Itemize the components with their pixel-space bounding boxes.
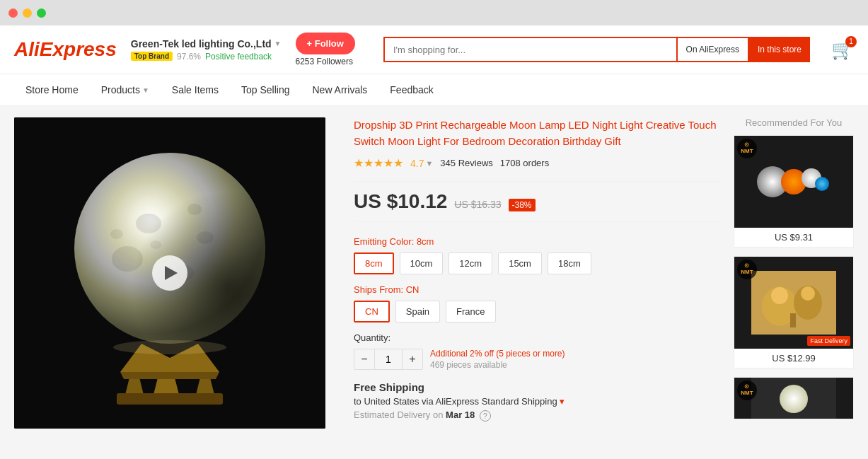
nmt-badge-2: ⊙NMT	[737, 260, 757, 279]
recommendation-item-3[interactable]: ⊙NMT	[734, 377, 854, 419]
rec-product-img-3	[751, 378, 836, 419]
nav-feedback[interactable]: Feedback	[378, 74, 444, 105]
quantity-increase-button[interactable]: +	[403, 349, 422, 369]
ships-from-label: Ships From: CN	[354, 284, 719, 295]
reviews-count[interactable]: 345 Reviews	[440, 158, 492, 168]
nav-products[interactable]: Products ▼	[90, 74, 161, 105]
rating-number: 4.7 ▼	[410, 158, 433, 169]
size-8cm[interactable]: 8cm	[354, 252, 394, 274]
svg-point-9	[197, 231, 214, 244]
cart-badge: 1	[845, 36, 857, 47]
rec-image-3: ⊙NMT	[734, 378, 853, 419]
search-aliexpress-tab[interactable]: On AliExpress	[676, 37, 748, 62]
ship-spain[interactable]: Spain	[395, 301, 440, 323]
rec-product-img-1	[751, 150, 836, 214]
search-input[interactable]	[383, 37, 676, 62]
quantity-decrease-button[interactable]: −	[354, 349, 374, 369]
aliexpress-logo[interactable]: AliExpress	[14, 38, 117, 61]
nmt-badge-1: ⊙NMT	[737, 139, 757, 158]
rec-price-1: US $9.31	[734, 228, 853, 247]
products-arrow: ▼	[142, 86, 149, 94]
close-button[interactable]	[8, 8, 18, 18]
store-name-arrow[interactable]: ▼	[274, 40, 282, 47]
search-store-tab[interactable]: In this store	[748, 37, 810, 62]
ship-cn[interactable]: CN	[354, 301, 390, 323]
rec-image-2: ⊙NMT Fast Delivery	[734, 257, 853, 349]
followers-count: 6253	[296, 57, 315, 66]
svg-rect-28	[790, 313, 796, 327]
emitting-color-section: Emitting Color: 8cm 8cm 10cm 12cm 15cm 1…	[354, 236, 719, 274]
svg-point-5	[187, 204, 202, 215]
header: AliExpress Green-Tek led lighting Co.,Lt…	[0, 25, 868, 74]
orders-count: 1708 orders	[500, 158, 549, 168]
play-button[interactable]	[152, 255, 187, 291]
svg-point-17	[113, 340, 226, 354]
size-12cm[interactable]: 12cm	[449, 252, 492, 274]
svg-point-10	[110, 229, 123, 239]
cart-section[interactable]: 🛒 1	[831, 39, 854, 61]
recommendation-item-2[interactable]: ⊙NMT Fast Delivery US $12.99	[734, 256, 854, 368]
rec-product-img-2	[751, 271, 836, 335]
quantity-control: − 1 +	[354, 349, 423, 370]
shipping-detail: to United States via AliExpress Standard…	[354, 396, 719, 407]
shipping-arrow[interactable]: ▾	[560, 396, 565, 407]
fast-delivery-badge: Fast Delivery	[807, 336, 850, 346]
nav: Store Home Products ▼ Sale Items Top Sel…	[0, 74, 868, 106]
product-image-section	[14, 117, 340, 429]
size-10cm[interactable]: 10cm	[400, 252, 444, 274]
recommendations: Recommended For You ⊙NMT	[734, 117, 854, 429]
play-icon	[165, 266, 178, 280]
star-rating: ★★★★★	[354, 156, 403, 170]
discount-badge: -38%	[509, 199, 536, 211]
svg-point-30	[780, 385, 808, 413]
size-18cm[interactable]: 18cm	[548, 252, 591, 274]
emitting-color-label: Emitting Color: 8cm	[354, 236, 719, 247]
recommendation-item-1[interactable]: ⊙NMT US $9.31	[734, 135, 854, 248]
feedback-percent: 97.6%	[177, 52, 201, 62]
titlebar	[0, 0, 868, 25]
ships-from-section: Ships From: CN CN Spain France	[354, 284, 719, 323]
quantity-label: Quantity:	[354, 332, 719, 343]
svg-point-8	[150, 240, 161, 249]
nav-top-selling[interactable]: Top Selling	[230, 74, 301, 105]
nav-sale-items[interactable]: Sale Items	[161, 74, 230, 105]
product-details: Dropship 3D Print Rechargeable Moon Lamp…	[340, 117, 734, 429]
ship-from-options: CN Spain France	[354, 301, 719, 323]
delivery-text: Estimated Delivery on Mar 18 ?	[354, 409, 719, 422]
svg-marker-15	[120, 372, 219, 379]
shipping-section: Free Shipping to United States via AliEx…	[354, 381, 719, 422]
search-section: On AliExpress In this store	[383, 37, 810, 62]
product-image-container	[14, 117, 325, 429]
follow-button[interactable]: + Follow	[296, 33, 355, 54]
size-15cm[interactable]: 15cm	[498, 252, 542, 274]
store-name: Green-Tek led lighting Co.,Ltd ▼	[131, 38, 282, 50]
maximize-button[interactable]	[37, 8, 46, 18]
svg-point-4	[136, 214, 161, 233]
delivery-date: Mar 18	[446, 409, 475, 420]
svg-point-6	[112, 246, 143, 272]
quantity-value: 1	[374, 349, 403, 369]
free-shipping-label: Free Shipping	[354, 381, 719, 393]
product-title: Dropship 3D Print Rechargeable Moon Lamp…	[354, 117, 719, 149]
size-options: 8cm 10cm 12cm 15cm 18cm	[354, 252, 719, 274]
original-price: US $16.33	[454, 199, 501, 210]
store-meta: Top Brand 97.6% Positive feedback	[131, 52, 282, 62]
price-row: US $10.12 US $16.33 -38%	[354, 181, 719, 222]
nav-new-arrivals[interactable]: New Arrivals	[301, 74, 379, 105]
svg-point-26	[771, 287, 788, 304]
svg-point-27	[801, 286, 815, 301]
ship-france[interactable]: France	[446, 301, 495, 323]
main-content: Dropship 3D Print Rechargeable Moon Lamp…	[0, 106, 868, 440]
minimize-button[interactable]	[23, 8, 32, 18]
current-price: US $10.12	[354, 190, 447, 213]
svg-point-3	[74, 153, 265, 344]
nmt-badge-3: ⊙NMT	[737, 380, 757, 400]
svg-rect-16	[117, 393, 223, 405]
quantity-available: 469 pieces available	[430, 360, 565, 370]
quantity-discount: Additional 2% off (5 pieces or more)	[430, 349, 565, 359]
rating-row: ★★★★★ 4.7 ▼ 345 Reviews 1708 orders	[354, 156, 719, 170]
positive-feedback-label: Positive feedback	[205, 52, 272, 62]
delivery-info-icon[interactable]: ?	[480, 410, 491, 422]
rec-price-2: US $12.99	[734, 349, 853, 368]
nav-store-home[interactable]: Store Home	[14, 74, 90, 105]
